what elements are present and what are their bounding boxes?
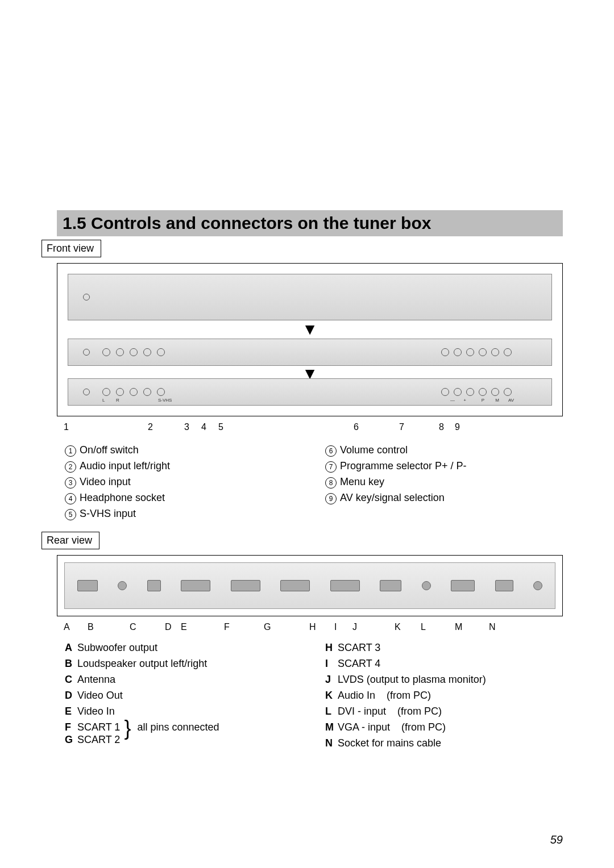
- front-view-diagram: ▼ ▼: [57, 263, 563, 416]
- callout-4: 4: [201, 422, 206, 432]
- panel-label-M: M: [495, 398, 499, 403]
- legend-item: 2Audio input left/right: [65, 458, 302, 474]
- front-inputs-group: [102, 348, 165, 356]
- rear-panel: [64, 562, 555, 609]
- callout-H: H: [309, 622, 316, 632]
- button-icon: [479, 388, 487, 396]
- power-indicator-icon: [83, 389, 90, 395]
- button-icon: [479, 348, 487, 356]
- callout-2: 2: [148, 422, 153, 432]
- legend-item: ASubwoofer output: [65, 640, 302, 656]
- front-buttons-group-detail: [441, 388, 512, 396]
- svhs-jack-icon: [157, 348, 165, 356]
- rear-legend-left: ASubwoofer output BLoudspeaker output le…: [65, 640, 302, 751]
- callout-6: 6: [354, 422, 359, 432]
- legend-item: KAudio In(from PC): [325, 688, 563, 704]
- callout-E: E: [181, 622, 187, 632]
- legend-item: ISCART 4: [325, 656, 563, 672]
- scart-port-icon: [280, 580, 310, 591]
- callout-7: 7: [399, 422, 404, 432]
- callout-M: M: [455, 622, 462, 632]
- rca-pair-icon: [147, 580, 161, 591]
- callout-A: A: [64, 622, 70, 632]
- speaker-terminal-icon: [77, 580, 98, 591]
- panel-label-L: L: [102, 398, 105, 403]
- callout-F: F: [224, 622, 230, 632]
- callout-K: K: [395, 622, 401, 632]
- legend-item: 6Volume control: [325, 443, 563, 458]
- panel-label-AV: AV: [508, 398, 514, 403]
- button-icon: [441, 348, 449, 356]
- rca-jack-icon: [102, 348, 110, 356]
- callout-1: 1: [64, 422, 69, 432]
- lvds-port-icon: [380, 580, 401, 591]
- vga-port-icon: [495, 580, 513, 591]
- antenna-jack-icon: [118, 581, 127, 590]
- panel-label-minus: —: [450, 398, 455, 403]
- legend-item: 1On/off switch: [65, 443, 302, 458]
- button-icon: [441, 388, 449, 396]
- rear-ports: [75, 580, 545, 591]
- scart-port-icon: [181, 580, 210, 591]
- callout-J: J: [352, 622, 357, 632]
- legend-item: 5S-VHS input: [65, 506, 302, 522]
- panel-label-svhs: S-VHS: [158, 398, 172, 403]
- legend-item: NSocket for mains cable: [325, 736, 563, 752]
- section-heading: 1.5 Controls and connectors on the tuner…: [63, 214, 431, 232]
- callout-3: 3: [184, 422, 189, 432]
- scart-port-icon: [330, 580, 360, 591]
- button-icon: [491, 348, 499, 356]
- legend-item: MVGA - input(from PC): [325, 720, 563, 736]
- legend-item: LDVI - input(from PC): [325, 704, 563, 720]
- front-callout-row: 1 2 3 4 5 6 7 8 9: [64, 422, 563, 437]
- rca-jack-icon: [102, 388, 110, 396]
- legend-item: 7Programme selector P+ / P-: [325, 458, 563, 474]
- callout-D: D: [165, 622, 172, 632]
- legend-item: BLoudspeaker output left/right: [65, 656, 302, 672]
- dvi-port-icon: [451, 580, 475, 591]
- button-icon: [466, 348, 474, 356]
- rear-view-label: Rear view: [47, 535, 92, 546]
- tuner-closed-housing: [68, 274, 552, 320]
- rca-jack-icon: [116, 388, 124, 396]
- rca-jack-icon: [130, 388, 138, 396]
- legend-item: DVideo Out: [65, 688, 302, 704]
- tuner-open-detail: L R S-VHS — + P M AV: [68, 378, 552, 406]
- rca-jack-icon: [116, 348, 124, 356]
- rear-view-label-box: Rear view: [42, 532, 99, 549]
- svhs-jack-icon: [157, 388, 165, 396]
- front-view-label-box: Front view: [42, 240, 101, 257]
- front-legend-right: 6Volume control 7Programme selector P+ /…: [325, 443, 563, 521]
- manual-page: 1.5 Controls and connectors on the tuner…: [0, 0, 614, 774]
- rear-legend-right: HSCART 3 ISCART 4 JLVDS (output to plasm…: [325, 640, 563, 751]
- rear-view-diagram: [57, 555, 563, 616]
- legend-item: 3Video input: [65, 474, 302, 490]
- rear-callout-row: A B C D E F G H I J K L M N: [64, 622, 563, 637]
- front-legend: 1On/off switch 2Audio input left/right 3…: [65, 443, 563, 521]
- callout-N: N: [489, 622, 496, 632]
- rca-jack-icon: [130, 348, 138, 356]
- button-icon: [454, 388, 462, 396]
- page-number: 59: [550, 833, 563, 846]
- scart-port-icon: [231, 580, 260, 591]
- headphone-jack-icon: [143, 388, 151, 396]
- power-indicator-icon: [83, 349, 90, 356]
- callout-L: L: [421, 622, 426, 632]
- callout-C: C: [130, 622, 136, 632]
- audio-jack-icon: [422, 581, 431, 590]
- power-socket-icon: [533, 581, 542, 590]
- callout-I: I: [334, 622, 337, 632]
- tuner-open-small: [68, 339, 552, 366]
- panel-label-P: P: [482, 398, 484, 403]
- power-indicator-icon: [83, 294, 90, 301]
- callout-B: B: [88, 622, 94, 632]
- callout-G: G: [264, 622, 271, 632]
- legend-item: 8Menu key: [325, 474, 563, 490]
- legend-item: EVideo In: [65, 704, 302, 720]
- button-icon: [504, 348, 512, 356]
- callout-8: 8: [439, 422, 444, 432]
- front-view-label: Front view: [47, 243, 94, 254]
- front-inputs-group-detail: [102, 388, 165, 396]
- button-icon: [491, 388, 499, 396]
- panel-label-R: R: [116, 398, 119, 403]
